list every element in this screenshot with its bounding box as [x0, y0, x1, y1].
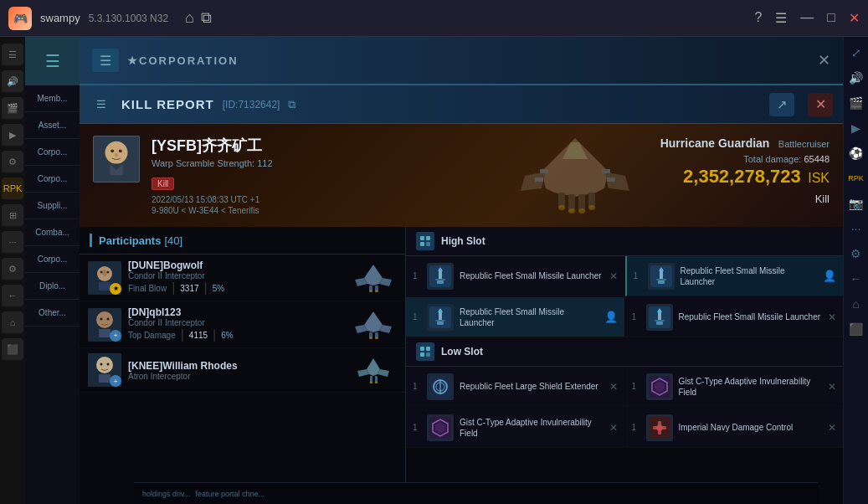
rs-icon-settings[interactable]: ⚙ — [847, 244, 865, 263]
left-sidebar-icon-3[interactable]: 🎬 — [2, 97, 23, 119]
left-sidebar-icon-5[interactable]: ⚙ — [2, 151, 23, 172]
home-icon[interactable]: ⌂ — [185, 9, 194, 27]
participant-stats-2: Top Damage | 4115 | 6% — [128, 327, 344, 342]
left-sidebar-icon-10[interactable]: ← — [2, 285, 23, 306]
left-sidebar-icon-6[interactable]: RPK — [2, 177, 23, 199]
list-item[interactable]: + [DN]qbl123 Condor II Interceptor Top D… — [80, 301, 405, 348]
participants-list: ★ [DUNE]Bogwolf Condor II Interceptor Fi… — [80, 255, 405, 504]
rs-icon-rpk[interactable]: RPK — [847, 169, 865, 188]
svg-point-50 — [100, 363, 103, 366]
svg-rect-12 — [540, 169, 548, 173]
svg-rect-52 — [99, 374, 110, 383]
missile-launcher-icon-4 — [646, 304, 673, 331]
rs-icon-expand[interactable]: ⤢ — [847, 44, 865, 62]
svg-rect-61 — [426, 236, 430, 240]
kr-share-button[interactable]: ↗ — [769, 93, 794, 116]
bottom-nav-item-2[interactable]: feature portal chne... — [195, 490, 265, 498]
missile-launcher-icon-1 — [427, 263, 454, 290]
kr-menu-button[interactable]: ☰ — [90, 95, 113, 115]
kr-copy-icon[interactable]: ⧉ — [288, 98, 295, 111]
high-slot-item-1[interactable]: 1 Republic Fleet Small Miss — [406, 256, 624, 296]
kr-close-button[interactable]: ✕ — [808, 93, 833, 116]
high-slot-item-2[interactable]: 1 Republic Fleet Small Miss — [625, 256, 844, 296]
low-slot-item-1[interactable]: 1 Republic Fleet Large Shield Extender — [406, 367, 624, 407]
rs-icon-dots[interactable]: ··· — [847, 219, 865, 238]
left-sidebar: ☰ 🔊 🎬 ▶ ⚙ RPK ⊞ ··· ⚙ ← ⌂ ⬛ — [0, 37, 25, 504]
low-slot-name-4: Imperial Navy Damage Control — [679, 422, 823, 433]
svg-rect-68 — [435, 279, 445, 280]
sidebar-item-corp1[interactable]: Corpo... — [25, 139, 80, 166]
high-slot-close-1[interactable]: ✕ — [609, 270, 618, 282]
high-slot-close-2[interactable]: ✕ — [828, 311, 836, 323]
sidebar-item-corp2[interactable]: Corpo... — [25, 166, 80, 193]
sidebar-item-combat[interactable]: Comba... — [25, 219, 80, 246]
sidebar-item-assets[interactable]: Asset... — [25, 112, 80, 139]
low-slot-item-3[interactable]: 1 Gist C-Type Adaptive Invulnerability F… — [406, 408, 624, 448]
left-sidebar-icon-11[interactable]: ⌂ — [2, 311, 23, 333]
left-sidebar-icon-12[interactable]: ⬛ — [2, 338, 23, 360]
svg-point-17 — [105, 141, 128, 164]
rs-icon-home[interactable]: ⌂ — [847, 295, 865, 313]
ship-type: Battlecruiser — [778, 139, 829, 149]
help-icon[interactable]: ? — [754, 10, 762, 26]
missile-launcher-icon-3 — [427, 304, 454, 331]
svg-rect-28 — [99, 282, 110, 291]
person-icon-1: 👤 — [823, 270, 836, 282]
svg-point-58 — [370, 381, 373, 383]
low-slot-close-4[interactable]: ✕ — [828, 422, 836, 434]
close-button[interactable]: ✕ — [849, 10, 860, 26]
rs-icon-back[interactable]: ← — [847, 270, 865, 288]
maximize-button[interactable]: □ — [827, 10, 835, 26]
participant-name-3: [KNEE]William Rhodes — [128, 360, 344, 372]
sidebar-item-other[interactable]: Other... — [25, 300, 80, 327]
bottom-nav-item-1[interactable]: holdings driv... — [142, 490, 190, 498]
copy-window-icon[interactable]: ⧉ — [201, 9, 212, 27]
low-slot-name-3: Gist C-Type Adaptive Invulnerability Fie… — [460, 417, 603, 439]
rs-icon-square[interactable]: ⬛ — [847, 320, 865, 338]
bottom-section: Participants [40] — [80, 227, 843, 504]
left-sidebar-icon-4[interactable]: ▶ — [2, 124, 23, 146]
left-sidebar-icon-1[interactable]: ☰ — [2, 44, 23, 65]
corp-header: ☰ ★CORPORATION ✕ — [80, 37, 843, 85]
corp-menu-button[interactable]: ☰ — [92, 49, 119, 72]
ship-name: Hurricane Guardian — [660, 136, 770, 150]
hamburger-icon[interactable]: ☰ — [775, 10, 787, 26]
app-name: swampy — [40, 12, 80, 24]
kill-outcome-label: Kill — [660, 193, 829, 205]
left-sidebar-icon-2[interactable]: 🔊 — [2, 70, 23, 92]
svg-point-39 — [107, 317, 110, 320]
low-slot-close-3[interactable]: ✕ — [609, 422, 618, 434]
list-item[interactable]: + [KNEE]William Rhodes Atron Interceptor — [80, 348, 405, 393]
low-slot-close-1[interactable]: ✕ — [609, 381, 618, 393]
kill-location: 9-980U < W-3E44 < Tenerifis — [152, 206, 829, 215]
high-slot-item-4[interactable]: 1 Republic Fleet Small Miss — [625, 297, 844, 337]
minimize-button[interactable]: — — [800, 10, 814, 26]
sidebar-item-diplo[interactable]: Diplo... — [25, 273, 80, 300]
rs-icon-sound[interactable]: 🔊 — [847, 69, 865, 87]
low-slot-close-2[interactable]: ✕ — [828, 381, 836, 393]
left-sidebar-icon-8[interactable]: ··· — [2, 231, 23, 253]
game-sidebar: ☰ Memb... Asset... Corpo... Corpo... Sup… — [25, 37, 80, 504]
low-slot-item-2[interactable]: 1 Gist C-Type Adaptive Invulnerability F… — [625, 367, 844, 407]
corp-close-button[interactable]: ✕ — [818, 51, 830, 69]
sidebar-item-members[interactable]: Memb... — [25, 85, 80, 112]
rs-icon-screenshot[interactable]: 📷 — [847, 194, 865, 213]
svg-point-51 — [107, 363, 110, 366]
kill-report-header: ☰ KILL REPORT [ID:7132642] ⧉ ↗ ✕ — [80, 85, 843, 124]
svg-rect-67 — [437, 280, 444, 284]
sidebar-item-supplies[interactable]: Suppli... — [25, 193, 80, 219]
shield-extender-icon — [427, 373, 454, 400]
missile-launcher-icon-2 — [648, 263, 675, 290]
list-item[interactable]: ★ [DUNE]Bogwolf Condor II Interceptor Fi… — [80, 255, 405, 301]
high-slot-item-3[interactable]: 1 Republic Fleet Small Miss — [406, 297, 624, 337]
left-sidebar-icon-7[interactable]: ⊞ — [2, 204, 23, 226]
participants-header: Participants [40] — [80, 227, 405, 255]
left-sidebar-icon-9[interactable]: ⚙ — [2, 258, 23, 280]
low-slot-icon — [416, 342, 434, 361]
low-slot-name-2: Gist C-Type Adaptive Invulnerability Fie… — [679, 376, 823, 398]
rs-icon-game[interactable]: ⚽ — [847, 144, 865, 162]
rs-icon-play[interactable]: ▶ — [847, 119, 865, 137]
rs-icon-video[interactable]: 🎬 — [847, 94, 865, 112]
low-slot-item-4[interactable]: 1 Imperial Navy Damage Control ✕ — [625, 408, 844, 448]
sidebar-item-corp3[interactable]: Corpo... — [25, 246, 80, 273]
